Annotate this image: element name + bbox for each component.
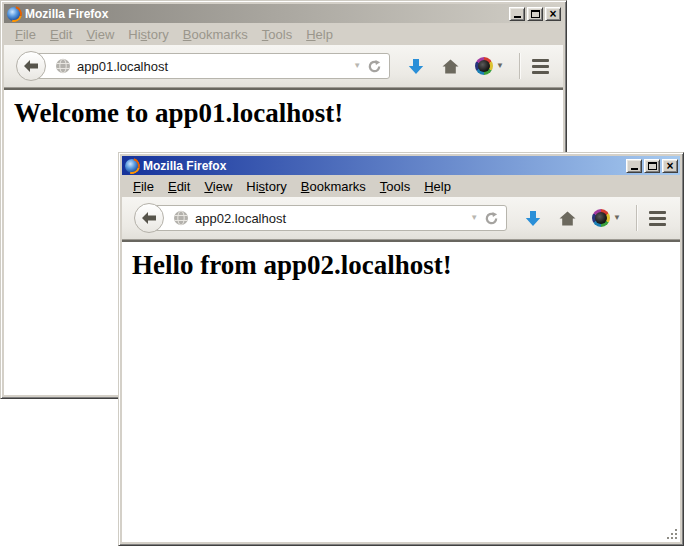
home-icon <box>442 59 459 74</box>
menu-item-file[interactable]: File <box>126 177 161 196</box>
titlebar[interactable]: Mozilla Firefox × <box>122 156 680 175</box>
back-button[interactable] <box>134 203 164 233</box>
close-icon: × <box>549 9 556 19</box>
back-arrow-icon <box>141 211 157 225</box>
window-title: Mozilla Firefox <box>25 7 505 21</box>
menu-item-bookmarks[interactable]: Bookmarks <box>176 25 255 44</box>
extension-button[interactable]: ▼ <box>475 57 504 75</box>
urlbar-dropdown-icon[interactable]: ▼ <box>353 62 361 70</box>
menu-bar: File Edit View History Bookmarks Tools H… <box>122 175 680 197</box>
menu-item-history[interactable]: History <box>239 177 293 196</box>
reload-icon[interactable] <box>367 59 382 74</box>
window-title: Mozilla Firefox <box>143 159 622 173</box>
url-text[interactable]: app01.localhost <box>77 59 347 74</box>
menu-item-tools[interactable]: Tools <box>373 177 417 196</box>
home-button[interactable] <box>442 59 459 74</box>
download-button[interactable] <box>525 210 541 227</box>
site-identity-globe-icon <box>55 58 71 74</box>
menu-bar: File Edit View History Bookmarks Tools H… <box>4 23 563 45</box>
menu-item-file[interactable]: File <box>8 25 43 44</box>
home-icon <box>559 211 576 226</box>
extension-dropdown-icon: ▼ <box>613 214 621 222</box>
hamburger-icon <box>649 211 666 214</box>
reload-icon[interactable] <box>484 211 499 226</box>
extension-dropdown-icon: ▼ <box>496 62 504 70</box>
home-button[interactable] <box>559 211 576 226</box>
toolbar-separator <box>636 205 637 231</box>
app-menu-button[interactable] <box>532 59 549 74</box>
extension-color-wheel-icon <box>475 57 493 75</box>
minimize-button[interactable] <box>509 7 525 21</box>
close-button[interactable]: × <box>545 7 561 21</box>
menu-item-edit[interactable]: Edit <box>43 25 79 44</box>
firefox-logo-icon <box>125 159 139 173</box>
close-icon: × <box>666 161 673 171</box>
maximize-icon <box>531 10 540 18</box>
menu-item-tools[interactable]: Tools <box>255 25 299 44</box>
menu-item-help[interactable]: Help <box>299 25 340 44</box>
maximize-button[interactable] <box>527 7 543 21</box>
minimize-icon <box>631 168 638 170</box>
browser-window-app02[interactable]: Mozilla Firefox × File Edit View History… <box>118 152 684 546</box>
url-bar[interactable]: app02.localhost ▼ <box>148 205 507 231</box>
titlebar[interactable]: Mozilla Firefox × <box>4 4 563 23</box>
menu-item-view[interactable]: View <box>197 177 239 196</box>
firefox-logo-icon <box>7 7 21 21</box>
url-text[interactable]: app02.localhost <box>195 211 464 226</box>
download-icon <box>408 58 424 75</box>
resize-grip[interactable] <box>664 526 679 541</box>
download-icon <box>525 210 541 227</box>
navigation-toolbar: app01.localhost ▼ ▼ <box>4 45 563 88</box>
toolbar-separator <box>519 53 520 79</box>
menu-item-edit[interactable]: Edit <box>161 177 197 196</box>
page-heading: Hello from app02.localhost! <box>132 250 680 281</box>
menu-item-view[interactable]: View <box>79 25 121 44</box>
site-identity-globe-icon <box>173 210 189 226</box>
maximize-icon <box>648 162 657 170</box>
page-content: Hello from app02.localhost! <box>122 240 680 542</box>
download-button[interactable] <box>408 58 424 75</box>
maximize-button[interactable] <box>644 159 660 173</box>
hamburger-icon <box>532 59 549 62</box>
minimize-icon <box>514 16 521 18</box>
close-button[interactable]: × <box>662 159 678 173</box>
back-arrow-icon <box>23 59 39 73</box>
menu-item-help[interactable]: Help <box>417 177 458 196</box>
menu-item-history[interactable]: History <box>121 25 175 44</box>
extension-button[interactable]: ▼ <box>592 209 621 227</box>
app-menu-button[interactable] <box>649 211 666 226</box>
urlbar-dropdown-icon[interactable]: ▼ <box>470 214 478 222</box>
navigation-toolbar: app02.localhost ▼ ▼ <box>122 197 680 240</box>
url-bar[interactable]: app01.localhost ▼ <box>30 53 390 79</box>
page-heading: Welcome to app01.localhost! <box>14 98 563 129</box>
menu-item-bookmarks[interactable]: Bookmarks <box>294 177 373 196</box>
minimize-button[interactable] <box>626 159 642 173</box>
extension-color-wheel-icon <box>592 209 610 227</box>
back-button[interactable] <box>16 51 46 81</box>
